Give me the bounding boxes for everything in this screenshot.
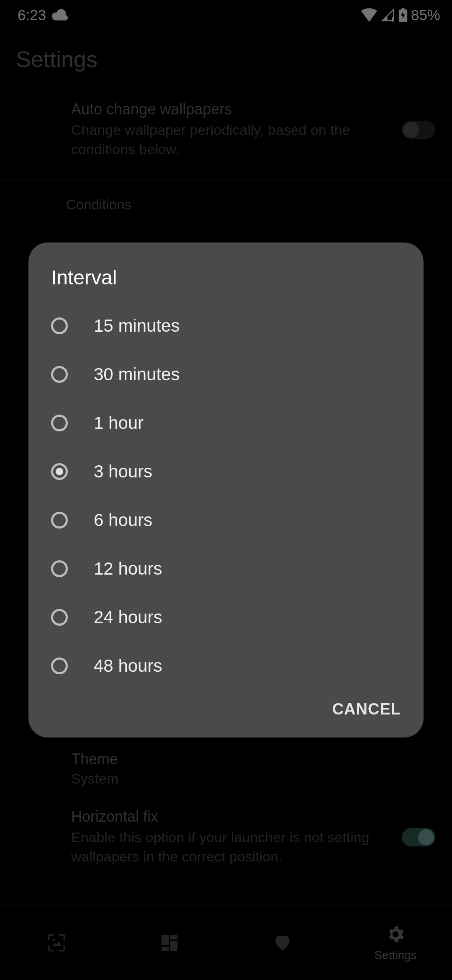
option-1-hour[interactable]: 1 hour: [28, 399, 424, 447]
dialog-actions: CANCEL: [28, 690, 424, 725]
option-24-hours[interactable]: 24 hours: [28, 593, 424, 642]
option-label: 24 hours: [94, 607, 162, 627]
cancel-button[interactable]: CANCEL: [332, 700, 401, 718]
option-label: 1 hour: [94, 413, 144, 433]
option-3-hours[interactable]: 3 hours: [28, 447, 424, 496]
radio-icon: [51, 609, 68, 626]
option-30-minutes[interactable]: 30 minutes: [28, 350, 424, 399]
radio-icon: [51, 463, 68, 480]
option-label: 6 hours: [94, 510, 152, 530]
dialog-title: Interval: [28, 266, 424, 302]
radio-icon: [51, 512, 68, 529]
option-label: 15 minutes: [94, 316, 180, 336]
option-label: 3 hours: [94, 462, 152, 482]
interval-dialog: Interval 15 minutes 30 minutes 1 hour 3 …: [28, 242, 424, 738]
option-label: 30 minutes: [94, 364, 180, 384]
dialog-scrim[interactable]: Interval 15 minutes 30 minutes 1 hour 3 …: [0, 0, 452, 980]
radio-icon: [51, 317, 68, 334]
radio-icon: [51, 560, 68, 577]
option-15-minutes[interactable]: 15 minutes: [28, 302, 424, 350]
option-48-hours[interactable]: 48 hours: [28, 642, 424, 690]
option-6-hours[interactable]: 6 hours: [28, 496, 424, 544]
option-label: 48 hours: [94, 656, 162, 676]
radio-icon: [51, 658, 68, 674]
option-label: 12 hours: [94, 559, 162, 579]
option-12-hours[interactable]: 12 hours: [28, 544, 424, 593]
radio-icon: [51, 366, 68, 383]
radio-icon: [51, 415, 68, 431]
